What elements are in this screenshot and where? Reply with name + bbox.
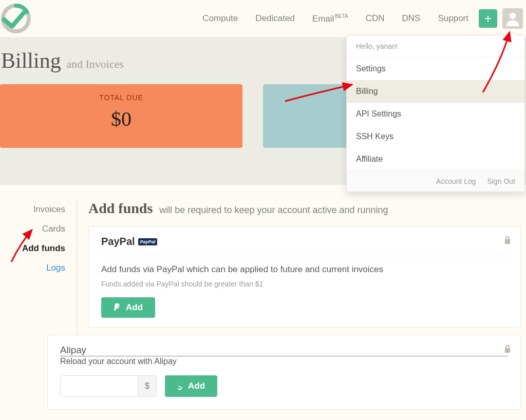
dropdown-ssh-keys[interactable]: SSH Keys [347,125,524,148]
dropdown-api-settings[interactable]: API Settings [347,103,524,125]
user-dropdown: Hello, yanan! Settings Billing API Setti… [346,35,525,192]
svg-point-1 [510,13,516,20]
alipay-description: Reload your account with Alipay [60,357,508,366]
logo[interactable] [0,3,32,34]
beta-badge: BETA [335,13,348,19]
dropdown-greeting: Hello, yanan! [347,35,524,58]
paypal-add-button[interactable]: Add [101,297,155,318]
alipay-amount-group: $ [60,375,157,397]
content: Add funds will be required to keep your … [77,200,526,410]
content-heading: Add funds will be required to keep your … [88,200,521,217]
dropdown-billing[interactable]: Billing [347,80,524,103]
dollar-icon [177,381,183,391]
nav-support[interactable]: Support [438,13,468,24]
nav-compute[interactable]: Compute [202,13,238,24]
dropdown-sign-out[interactable]: Sign Out [487,177,515,185]
paypal-badge-icon: PayPal [138,238,158,245]
add-button[interactable]: + [479,9,497,28]
paypal-icon [114,303,121,312]
total-due-card[interactable]: TOTAL DUE $0 [0,84,242,148]
currency-suffix: $ [138,376,156,396]
top-header: Compute Dedicated EmailBETA CDN DNS Supp… [0,0,526,37]
total-due-label: TOTAL DUE [0,93,242,102]
nav-dedicated[interactable]: Dedicated [255,13,295,24]
main-area: Invoices Cards Add funds Logs Add funds … [0,185,526,410]
dropdown-affiliate[interactable]: Affiliate [347,148,524,170]
alipay-add-button[interactable]: Add [165,375,217,397]
sidebar-item-cards[interactable]: Cards [0,224,65,234]
dropdown-footer: Account Log Sign Out [347,170,524,192]
dropdown-settings[interactable]: Settings [347,58,524,80]
alipay-panel: Alipay Reload your account with Alipay $… [47,335,521,410]
top-nav: Compute Dedicated EmailBETA CDN DNS Supp… [202,13,468,24]
sidebar-item-logs[interactable]: Logs [0,263,65,273]
sidebar-item-invoices[interactable]: Invoices [0,204,65,215]
plus-icon: + [484,12,492,25]
dropdown-account-log[interactable]: Account Log [436,177,476,185]
page-subtitle: and Invoices [66,58,124,70]
alipay-title: Alipay [60,345,508,356]
paypal-panel: PayPal PayPal Add funds via PayPal which… [88,226,521,328]
nav-email[interactable]: EmailBETA [312,13,348,24]
lock-icon [504,345,511,355]
paypal-title: PayPal PayPal [101,236,508,247]
sidebar-item-add-funds[interactable]: Add funds [0,243,65,254]
content-subheading: will be required to keep your account ac… [159,205,388,215]
paypal-description: Add funds via PayPal which can be applie… [101,264,508,275]
user-avatar[interactable] [502,8,523,29]
total-due-value: $0 [0,107,242,131]
alipay-amount-input[interactable] [61,376,138,396]
nav-dns[interactable]: DNS [402,13,421,24]
lock-icon [504,236,511,246]
nav-cdn[interactable]: CDN [366,13,385,24]
paypal-note: Funds added via PayPal should be greater… [101,280,508,288]
